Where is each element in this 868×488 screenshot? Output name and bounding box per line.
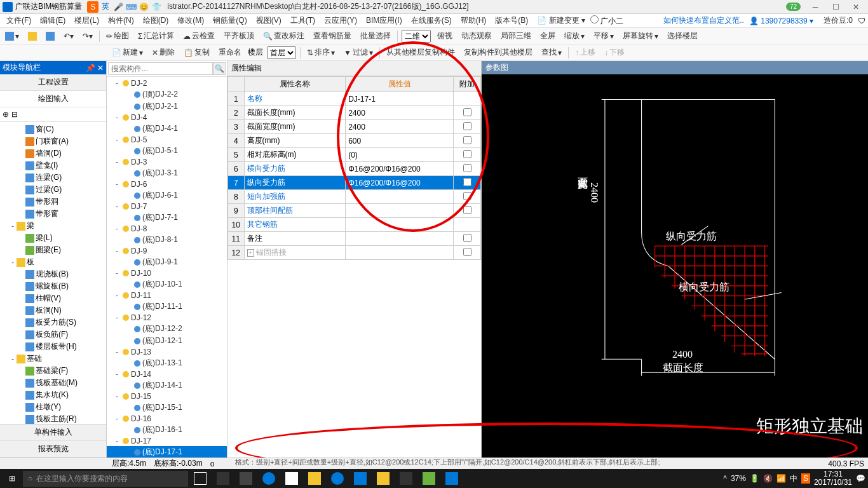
pan-button[interactable]: 平移▾ xyxy=(591,29,616,43)
att-checkbox[interactable] xyxy=(463,206,471,214)
view-mode-select[interactable]: 二维 xyxy=(402,30,431,43)
nav-tree-item[interactable]: 过梁(G) xyxy=(0,184,106,196)
pin-icon[interactable]: 📌 ✕ xyxy=(86,64,104,72)
select-floor-button[interactable]: 选择楼层 xyxy=(665,29,700,43)
nav-tree[interactable]: 窗(C)门联窗(A)墙洞(D)壁龛(I)连梁(G)过梁(G)带形洞带形窗-梁梁(… xyxy=(0,122,106,424)
component-tree-item[interactable]: -DJ-12 xyxy=(107,313,227,323)
expand-icon[interactable]: ⊕ xyxy=(3,110,9,119)
component-tree-item[interactable]: -DJ-17 xyxy=(107,436,227,446)
ime-mic-icon[interactable]: 🎤 xyxy=(112,1,124,13)
component-tree-item[interactable]: (底)DJ-11-1 xyxy=(107,301,227,313)
menu-floor[interactable]: 楼层(L) xyxy=(71,14,103,27)
shield-icon[interactable]: 🛡 xyxy=(858,17,865,25)
component-tree-item[interactable]: (底)DJ-12-2 xyxy=(107,323,227,335)
component-tree-item[interactable]: -DJ-15 xyxy=(107,391,227,402)
ime-skin-icon[interactable]: 👕 xyxy=(151,1,162,13)
component-tree-item[interactable]: (底)DJ-12-1 xyxy=(107,335,227,347)
component-tree-item[interactable]: -DJ-4 xyxy=(107,112,227,123)
nav-tree-item[interactable]: 现浇板(B) xyxy=(0,268,106,280)
property-row[interactable]: 7纵向受力筋Φ16@200/Φ16@200 xyxy=(228,176,481,190)
copy-from-floor-button[interactable]: 从其他楼层复制构件 xyxy=(384,46,458,59)
minimize-button[interactable]: ─ xyxy=(806,1,825,13)
component-tree-item[interactable]: -DJ-7 xyxy=(107,201,227,212)
app-icon-7[interactable] xyxy=(441,470,463,487)
nav-tree-item[interactable]: 圈梁(E) xyxy=(0,244,106,256)
component-tree-item[interactable]: -DJ-11 xyxy=(107,290,227,301)
edge-icon[interactable] xyxy=(258,470,280,487)
nav-tree-item[interactable]: 集水坑(K) xyxy=(0,389,106,401)
component-tree-item[interactable]: (底)DJ-14-1 xyxy=(107,379,227,391)
nav-tree-item[interactable]: 带形洞 xyxy=(0,196,106,208)
floor-select[interactable]: 首层 xyxy=(267,46,296,59)
ie-icon[interactable] xyxy=(327,470,348,487)
component-tree-item[interactable]: (底)DJ-6-1 xyxy=(107,189,227,201)
ime-kbd-icon[interactable]: ⌨ xyxy=(125,1,137,13)
nav-tree-item[interactable]: 梁(L) xyxy=(0,232,106,244)
menu-view[interactable]: 视图(V) xyxy=(252,14,285,27)
orbit-button[interactable]: 动态观察 xyxy=(459,29,494,43)
taskbar-search[interactable]: ○ 在这里输入你要搜索的内容 xyxy=(23,471,188,487)
nav-tab-draw[interactable]: 绘图输入 xyxy=(0,91,106,107)
menu-bim[interactable]: BIM应用(I) xyxy=(362,14,406,27)
zoom-button[interactable]: 缩放▾ xyxy=(562,29,587,43)
cloud-check-button[interactable]: ☁ 云检查 xyxy=(180,29,217,43)
nav-tree-item[interactable]: -基础 xyxy=(0,353,106,365)
align-top-button[interactable]: 平齐板顶 xyxy=(221,29,257,43)
close-button[interactable]: ✕ xyxy=(846,1,865,13)
sogou-tray-icon[interactable]: S xyxy=(801,473,810,484)
nav-tree-item[interactable]: 基础梁(F) xyxy=(0,365,106,377)
new-change-button[interactable]: 📄 新建变更 ▾ xyxy=(533,14,589,27)
top-view-button[interactable]: 俯视 xyxy=(435,29,455,43)
move-up-button[interactable]: ↑ 上移 xyxy=(573,46,598,59)
menu-file[interactable]: 文件(F) xyxy=(3,14,35,27)
search-input[interactable] xyxy=(108,62,213,75)
menu-edit[interactable]: 编辑(E) xyxy=(36,14,69,27)
check-annot-button[interactable]: 🔍 查改标注 xyxy=(261,29,307,43)
menu-modify[interactable]: 修改(M) xyxy=(173,14,208,27)
nav-tree-item[interactable]: 板洞(N) xyxy=(0,304,106,316)
nav-tab-single[interactable]: 单构件输入 xyxy=(0,424,106,441)
app-icon-3[interactable] xyxy=(349,470,371,487)
menu-cloud[interactable]: 云应用(Y) xyxy=(320,14,361,27)
taskview-icon[interactable] xyxy=(189,470,211,487)
find-button[interactable]: 查找▾ xyxy=(539,46,564,59)
delete-comp-button[interactable]: ✕ 删除 xyxy=(149,46,177,59)
ime-emoji-icon[interactable]: 😊 xyxy=(138,1,149,13)
battery-icon[interactable]: 🔋 xyxy=(750,474,759,483)
component-tree[interactable]: -DJ-2(顶)DJ-2-2(底)DJ-2-1-DJ-4(底)DJ-4-1-DJ… xyxy=(107,77,227,458)
component-tree-item[interactable]: -DJ-9 xyxy=(107,246,227,256)
tray-expand-icon[interactable]: ^ xyxy=(723,474,727,483)
nav-tree-item[interactable]: 壁龛(I) xyxy=(0,159,106,172)
component-tree-item[interactable]: -DJ-16 xyxy=(107,414,227,424)
copy-to-floor-button[interactable]: 复制构件到其他楼层 xyxy=(461,46,535,59)
property-row[interactable]: 11备注 xyxy=(228,232,481,246)
att-checkbox[interactable] xyxy=(463,136,471,144)
help-link[interactable]: 如何快速布置自定义范.. xyxy=(660,14,748,27)
explorer-icon[interactable] xyxy=(304,470,325,487)
network-icon[interactable]: 🔇 xyxy=(763,474,773,483)
component-tree-item[interactable]: -DJ-2 xyxy=(107,78,227,88)
component-tree-item[interactable]: -DJ-8 xyxy=(107,224,227,234)
sort-button[interactable]: ⇅ 排序▾ xyxy=(304,46,337,59)
component-tree-item[interactable]: (底)DJ-15-1 xyxy=(107,402,227,414)
property-row[interactable]: 2截面长度(mm)2400 xyxy=(228,106,481,120)
component-tree-item[interactable]: -DJ-13 xyxy=(107,347,227,357)
nav-tree-item[interactable]: 楼层板带(H) xyxy=(0,341,106,353)
redo-button[interactable]: ↷▾ xyxy=(80,30,95,42)
property-row[interactable]: 12+锚固搭接 xyxy=(228,246,481,260)
ime-s-icon[interactable]: S xyxy=(87,1,98,13)
property-row[interactable]: 4高度(mm)600 xyxy=(228,134,481,148)
component-tree-item[interactable]: (底)DJ-17-1 xyxy=(107,446,227,458)
app-icon-6[interactable] xyxy=(418,470,440,487)
local-3d-button[interactable]: 局部三维 xyxy=(498,29,534,43)
menu-tool[interactable]: 工具(T) xyxy=(287,14,319,27)
rename-button[interactable]: 重命名 xyxy=(216,46,244,59)
open-button[interactable] xyxy=(25,30,39,42)
store-icon[interactable] xyxy=(281,470,302,487)
component-tree-item[interactable]: (底)DJ-4-1 xyxy=(107,123,227,135)
component-tree-item[interactable]: (底)DJ-13-1 xyxy=(107,357,227,369)
menu-component[interactable]: 构件(N) xyxy=(104,14,138,27)
nav-tree-item[interactable]: 筏板主筋(R) xyxy=(0,413,106,424)
nav-tree-item[interactable]: -板 xyxy=(0,256,106,268)
att-checkbox[interactable] xyxy=(463,122,471,130)
